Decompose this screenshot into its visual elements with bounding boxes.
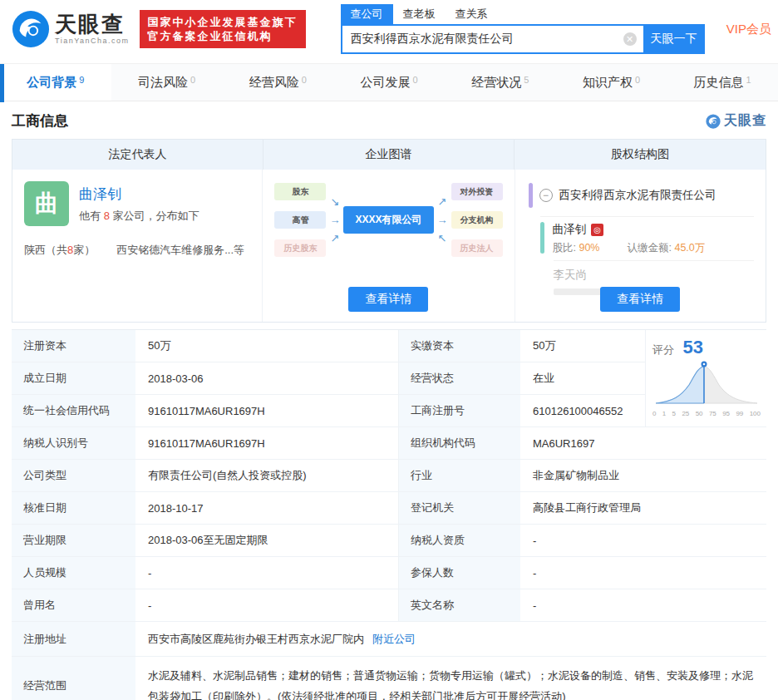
tianyancha-logo[interactable]: 天眼查 TianYanCha.com (12, 10, 130, 48)
address-row: 注册地址 西安市高陵区鹿苑街办银王村西京水泥厂院内 附近公司 (12, 622, 766, 657)
tab-intellectual-property[interactable]: 知识产权0 (556, 64, 667, 101)
clear-search-icon[interactable]: ✕ (623, 32, 637, 46)
logo-domain: TianYanCha.com (55, 37, 130, 45)
search-tab-boss[interactable]: 查老板 (393, 4, 446, 24)
legal-rep-avatar: 曲 (24, 181, 69, 226)
watermark-logo-icon (706, 114, 721, 129)
top-header: 天眼查 TianYanCha.com 国家中小企业发展基金旗下 官方备案企业征信… (0, 0, 778, 58)
search-input[interactable] (341, 24, 643, 54)
score-label: 评分 (652, 343, 674, 356)
tab-operation-risk[interactable]: 经营风险0 (222, 64, 333, 101)
subscribed-amount: 45.0万 (674, 242, 705, 254)
graph-node-branches: 分支机构 (451, 211, 503, 229)
vip-member-link[interactable]: VIP会员 (726, 22, 771, 37)
nearby-companies-link[interactable]: 附近公司 (372, 632, 416, 647)
root-accent-bar (529, 183, 533, 208)
left-accent-stripe (0, 64, 4, 102)
table-row: 营业期限 2018-03-06至无固定期限 纳税人资质 - (12, 525, 766, 557)
collapse-node-icon[interactable]: − (539, 189, 553, 202)
shareholder-detail: 股比: 90% 认缴金额: 45.0万 (553, 241, 706, 255)
table-row: 曾用名 - 英文名称 - (12, 589, 766, 622)
tab-company-development[interactable]: 公司发展0 (333, 64, 445, 101)
table-row: 人员规模 - 参保人数 - (12, 557, 766, 589)
legal-rep-desc: 他有 8 家公司，分布如下 (79, 209, 199, 224)
score-bell-curve (652, 358, 761, 407)
table-row: 统一社会信用代码 91610117MA6UR1697H 工商注册号 610126… (12, 395, 645, 427)
score-value: 53 (682, 337, 702, 357)
shareholder-name[interactable]: 曲泽钊 (553, 222, 587, 237)
graph-node-historical-legal-rep: 历史法人 (451, 239, 503, 257)
table-row: 核准日期 2018-10-17 登记机关 高陵县工商行政管理局 (12, 492, 766, 525)
region-filter[interactable]: 陕西（共8家） (24, 243, 95, 258)
legal-rep-panel: 曲 曲泽钊 他有 8 家公司，分布如下 陕西（共8家） 西安铭德汽车维修服务..… (12, 170, 263, 322)
enterprise-graph-panel: 股东 高管 历史股东 ↘ → ↗ XXXX有限公司 ↗ → ↖ 对外投资 分 (263, 170, 515, 322)
table-row: 成立日期 2018-03-06 经营状态 在业 (12, 362, 645, 395)
graph-node-shareholders: 股东 (274, 183, 326, 200)
table-row: 纳税人识别号 91610117MA6UR1697H 组织机构代码 MA6UR16… (12, 427, 766, 460)
holder-accent-bar (540, 222, 544, 254)
equity-ratio: 90% (579, 242, 599, 254)
watermark-logo: 天眼查 (706, 112, 766, 130)
graph-node-historical-shareholders: 历史股东 (274, 239, 326, 257)
panel-header-enterprise-graph: 企业图谱 (263, 140, 515, 170)
company-nav-tabs: 公司背景9 司法风险0 经营风险0 公司发展0 经营状况5 知识产权0 历史信息… (0, 63, 778, 101)
example-company-link[interactable]: 西安铭德汽车维修服务...等 (116, 243, 244, 258)
gov-certification-badge: 国家中小企业发展基金旗下 官方备案企业征信机构 (140, 10, 306, 48)
address-label: 注册地址 (12, 622, 136, 656)
search-button[interactable]: 天眼一下 (643, 24, 705, 54)
search-tab-relation[interactable]: 查关系 (446, 4, 498, 24)
address-value: 西安市高陵区鹿苑街办银王村西京水泥厂院内 (148, 632, 364, 647)
scope-label: 经营范围 (12, 657, 136, 700)
graph-center-company-node: XXXX有限公司 (343, 206, 433, 234)
business-info-table: 注册资本 50万 实缴资本 50万 成立日期 2018-03-06 经营状态 在… (12, 329, 766, 700)
search-tab-company[interactable]: 查公司 (341, 4, 393, 24)
score-axis: 0 1 5 25 50 75 95 99 100 (652, 410, 761, 417)
panel-header-legal-rep: 法定代表人 (12, 140, 263, 170)
section-title: 工商信息 (12, 111, 68, 131)
summary-panels: 法定代表人 企业图谱 股权结构图 曲 曲泽钊 他有 8 家公司，分布如下 陕西（… (12, 139, 766, 323)
company-count: 8 (104, 210, 110, 222)
equity-root-company[interactable]: 西安利得西京水泥有限责任公司 (559, 188, 716, 203)
tab-company-background[interactable]: 公司背景9 (0, 64, 111, 101)
equity-view-details-button[interactable]: 查看详情 (600, 287, 680, 312)
tianyancha-logo-icon (12, 10, 50, 48)
tab-history-info[interactable]: 历史信息1 (667, 64, 778, 101)
search-block: 查公司 查老板 查关系 ✕ 天眼一下 (341, 4, 705, 54)
panel-header-equity-structure: 股权结构图 (515, 140, 766, 170)
shareholder2-name[interactable]: 李天尚 (554, 260, 755, 283)
tab-judicial-risk[interactable]: 司法风险0 (111, 64, 223, 101)
tab-operation-status[interactable]: 经营状况5 (445, 64, 556, 101)
equity-structure-panel: − 西安利得西京水泥有限责任公司 曲泽钊 ◎ 股比: 90% 认缴金额: 45.… (515, 170, 766, 322)
enterprise-graph-preview: 股东 高管 历史股东 ↘ → ↗ XXXX有限公司 ↗ → ↖ 对外投资 分 (274, 183, 502, 257)
search-tabs: 查公司 查老板 查关系 (341, 4, 705, 24)
company-score-panel: 评分 53 0 1 5 25 50 75 95 99 100 (645, 330, 766, 427)
graph-arrows-right: ↗ → ↖ (437, 196, 448, 244)
legal-rep-name-link[interactable]: 曲泽钊 (79, 185, 199, 204)
scope-value: 水泥及辅料、水泥制品销售；建材的销售；普通货物运输；货物专用运输（罐式）；水泥设… (136, 657, 766, 700)
table-row: 公司类型 有限责任公司(自然人投资或控股) 行业 非金属矿物制品业 (12, 460, 766, 492)
business-scope-row: 经营范围 水泥及辅料、水泥制品销售；建材的销售；普通货物运输；货物专用运输（罐式… (12, 657, 766, 700)
graph-node-executives: 高管 (274, 211, 326, 229)
graph-node-outbound-investment: 对外投资 (451, 183, 503, 200)
actual-controller-icon: ◎ (591, 224, 603, 236)
table-row: 注册资本 50万 实缴资本 50万 (12, 330, 645, 362)
graph-view-details-button[interactable]: 查看详情 (348, 287, 428, 312)
graph-arrows-left: ↘ → ↗ (329, 196, 340, 244)
logo-title: 天眼查 (55, 13, 130, 35)
